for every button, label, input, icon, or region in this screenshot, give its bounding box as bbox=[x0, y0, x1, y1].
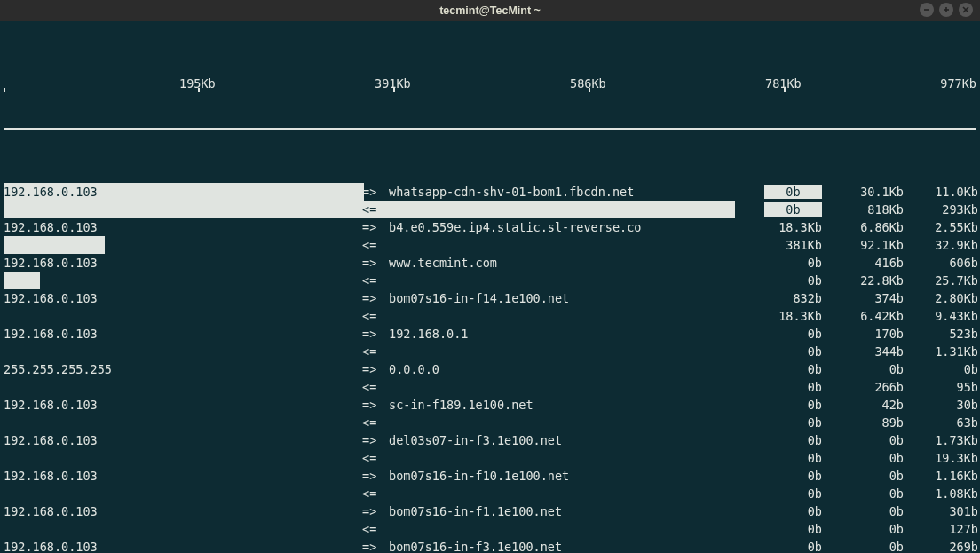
rate-40s: 1.73Kb bbox=[905, 431, 980, 449]
arrow-in-icon: <= bbox=[362, 520, 389, 538]
conn-row-tx: 192.168.0.103=>del03s07-in-f3.1e100.net0… bbox=[0, 431, 980, 449]
arrow-in-icon: <= bbox=[362, 272, 389, 289]
rate-2s: 0b bbox=[742, 467, 824, 485]
conn-row-rx: <=381Kb92.1Kb32.9Kb bbox=[0, 236, 980, 254]
rate-40s: 9.43Kb bbox=[905, 307, 980, 325]
dest-host: del03s07-in-f3.1e100.net bbox=[389, 431, 742, 449]
source-host: 192.168.0.103 bbox=[4, 431, 362, 449]
rate-40s: 1.08Kb bbox=[905, 485, 980, 502]
source-host: 255.255.255.255 bbox=[4, 360, 362, 378]
conn-row-rx: <=0b266b95b bbox=[0, 378, 980, 396]
window-title: tecmint@TecMint ~ bbox=[439, 4, 541, 17]
arrow-in-icon: <= bbox=[362, 485, 389, 502]
rate-2s: 381Kb bbox=[742, 236, 824, 254]
arrow-out-icon: => bbox=[362, 502, 389, 520]
rate-10s: 0b bbox=[824, 520, 905, 538]
rate-40s: 95b bbox=[905, 378, 980, 396]
rate-2s: 832b bbox=[742, 289, 824, 307]
minimize-icon[interactable] bbox=[920, 3, 934, 17]
rate-10s: 42b bbox=[824, 396, 905, 414]
conn-row-tx: 192.168.0.103=>bom07s16-in-f1.1e100.net0… bbox=[0, 502, 980, 520]
rate-10s: 0b bbox=[824, 485, 905, 502]
rate-10s: 170b bbox=[824, 325, 905, 343]
rate-2s: 0b bbox=[742, 272, 824, 289]
rate-10s: 0b bbox=[824, 502, 905, 520]
source-host-rx bbox=[4, 378, 362, 396]
scale-mark: 977Kb bbox=[940, 75, 976, 92]
source-host: 192.168.0.103 bbox=[4, 289, 362, 307]
arrow-out-icon: => bbox=[362, 538, 389, 553]
arrow-in-icon: <= bbox=[362, 201, 389, 218]
source-host: 192.168.0.103 bbox=[4, 325, 362, 343]
rate-10s: 0b bbox=[824, 467, 905, 485]
rate-10s: 266b bbox=[824, 378, 905, 396]
arrow-in-icon: <= bbox=[362, 378, 389, 396]
arrow-in-icon: <= bbox=[362, 236, 389, 254]
source-host: 192.168.0.103 bbox=[4, 538, 362, 553]
source-host: 192.168.0.103 bbox=[4, 502, 362, 520]
conn-row-tx: 192.168.0.103=>bom07s16-in-f3.1e100.net0… bbox=[0, 538, 980, 553]
dest-host: whatsapp-cdn-shv-01-bom1.fbcdn.net bbox=[389, 183, 742, 201]
rate-10s: 0b bbox=[824, 449, 905, 467]
dest-host: bom07s16-in-f10.1e100.net bbox=[389, 467, 742, 485]
rate-2s: 0b bbox=[742, 360, 824, 378]
rate-40s: 1.31Kb bbox=[905, 343, 980, 360]
rate-40s: 63b bbox=[905, 414, 980, 431]
rate-40s: 25.7Kb bbox=[905, 272, 980, 289]
arrow-out-icon: => bbox=[362, 254, 389, 272]
rate-10s: 0b bbox=[824, 431, 905, 449]
rate-10s: 416b bbox=[824, 254, 905, 272]
rate-2s: 18.3Kb bbox=[742, 307, 824, 325]
conn-row-rx: <= 0b 818Kb293Kb bbox=[0, 201, 980, 218]
rate-10s: 0b bbox=[824, 360, 905, 378]
rate-10s: 0b bbox=[824, 538, 905, 553]
conn-row-rx: <=0b22.8Kb25.7Kb bbox=[0, 272, 980, 289]
conn-row-tx: 192.168.0.103=>b4.e0.559e.ip4.static.sl-… bbox=[0, 218, 980, 236]
source-host: 192.168.0.103 bbox=[4, 218, 362, 236]
rate-40s: 301b bbox=[905, 502, 980, 520]
conn-row-rx: <=0b0b19.3Kb bbox=[0, 449, 980, 467]
rate-10s: 6.42Kb bbox=[824, 307, 905, 325]
conn-row-rx: <=18.3Kb6.42Kb9.43Kb bbox=[0, 307, 980, 325]
dest-host: 192.168.0.1 bbox=[389, 325, 742, 343]
rate-2s: 0b bbox=[742, 485, 824, 502]
conn-row-tx: 192.168.0.103=>bom07s16-in-f10.1e100.net… bbox=[0, 467, 980, 485]
connection-list: 192.168.0.103 =>whatsapp-cdn-shv-01-bom1… bbox=[0, 183, 980, 553]
arrow-out-icon: => bbox=[362, 325, 389, 343]
rate-2s: 0b bbox=[742, 396, 824, 414]
arrow-out-icon: => bbox=[362, 289, 389, 307]
bandwidth-scale: 195Kb 391Kb 586Kb 781Kb 977Kb bbox=[4, 75, 976, 92]
arrow-in-icon: <= bbox=[362, 307, 389, 325]
conn-row-rx: <=0b0b1.08Kb bbox=[0, 485, 980, 502]
rate-10s: 344b bbox=[824, 343, 905, 360]
source-host-rx bbox=[4, 520, 362, 538]
rate-10s: 89b bbox=[824, 414, 905, 431]
rate-40s: 32.9Kb bbox=[905, 236, 980, 254]
rate-10s: 374b bbox=[824, 289, 905, 307]
conn-row-tx: 192.168.0.103=>sc-in-f189.1e100.net0b42b… bbox=[0, 396, 980, 414]
terminal: 195Kb 391Kb 586Kb 781Kb 977Kb 192.168.0.… bbox=[0, 21, 980, 553]
dest-host: b4.e0.559e.ip4.static.sl-reverse.co bbox=[389, 218, 742, 236]
rate-10s: 6.86Kb bbox=[824, 218, 905, 236]
close-icon[interactable] bbox=[959, 3, 973, 17]
arrow-in-icon: <= bbox=[362, 449, 389, 467]
arrow-out-icon: => bbox=[362, 183, 389, 201]
conn-row-tx: 192.168.0.103 =>whatsapp-cdn-shv-01-bom1… bbox=[0, 183, 980, 201]
arrow-out-icon: => bbox=[362, 467, 389, 485]
rate-40s: 269b bbox=[905, 538, 980, 553]
arrow-in-icon: <= bbox=[362, 414, 389, 431]
rate-2s: 0b bbox=[742, 343, 824, 360]
arrow-out-icon: => bbox=[362, 360, 389, 378]
maximize-icon[interactable] bbox=[939, 3, 953, 17]
rate-10s: 22.8Kb bbox=[824, 272, 905, 289]
rate-40s: 293Kb bbox=[905, 201, 980, 218]
rate-40s: 127b bbox=[905, 520, 980, 538]
rate-2s: 0b bbox=[742, 201, 824, 218]
conn-row-tx: 192.168.0.103=>192.168.0.10b170b523b bbox=[0, 325, 980, 343]
window-titlebar: tecmint@TecMint ~ bbox=[0, 0, 980, 21]
source-host-rx bbox=[4, 343, 362, 360]
conn-row-tx: 192.168.0.103=>bom07s16-in-f14.1e100.net… bbox=[0, 289, 980, 307]
conn-row-rx: <=0b0b127b bbox=[0, 520, 980, 538]
rate-40s: 2.55Kb bbox=[905, 218, 980, 236]
source-host-rx bbox=[4, 272, 362, 289]
